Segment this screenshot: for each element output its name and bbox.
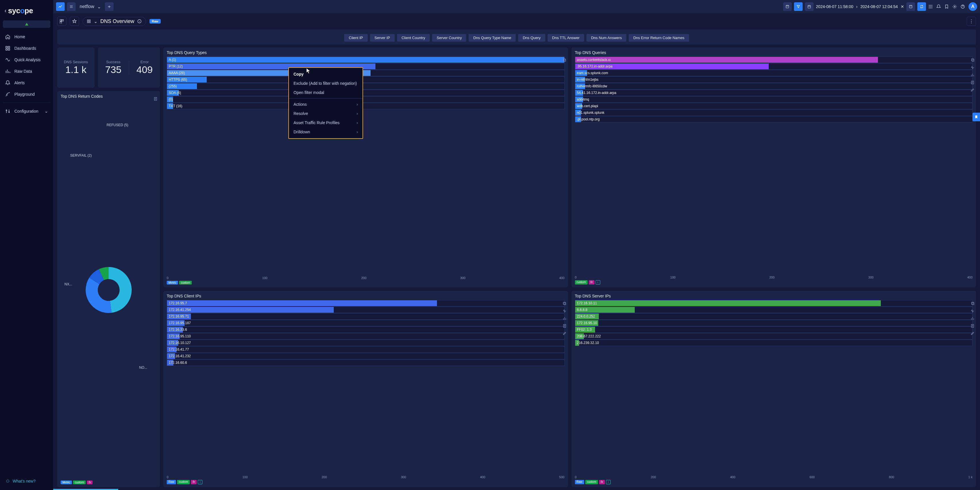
filter-pill[interactable]: Dns TTL Answer [548, 34, 584, 42]
nav-item-playground[interactable]: Playground [3, 89, 50, 100]
bar-row[interactable]: 172.16.95.187 [167, 320, 565, 326]
context-menu-item[interactable]: Resolve› [289, 109, 363, 118]
stream-selector[interactable]: netflow ⌄ [78, 3, 103, 11]
view-selector[interactable]: ⌄ DNS Overview [83, 17, 146, 26]
nav-item-raw-data[interactable]: Raw Data [3, 66, 50, 77]
bar-row[interactable]: TXT (16) [167, 103, 565, 109]
bars-icon[interactable] [970, 73, 975, 77]
edit-icon[interactable] [970, 331, 975, 336]
pulse-icon[interactable] [562, 309, 567, 313]
filter-pill[interactable]: Server IP [370, 34, 395, 42]
bar-row[interactable]: wdb.cert.plapi [575, 103, 973, 109]
bar-chart[interactable]: 172.16.10.118.8.8.8224.0.0.252172.16.95.… [575, 300, 973, 484]
copy-icon[interactable]: ⧉ [562, 301, 567, 306]
bar-row[interactable]: 172.16.95.10 [575, 320, 973, 326]
bar-row[interactable]: PTR (12) [167, 63, 565, 70]
bar-row[interactable]: n01.splunk.splunk [575, 110, 973, 116]
help-icon[interactable] [961, 4, 965, 9]
bar-row[interactable]: 208.67.222.222 [575, 333, 973, 339]
calendar-button[interactable] [805, 2, 813, 11]
edit-icon[interactable] [562, 331, 567, 336]
nav-item-alerts[interactable]: Alerts [3, 77, 50, 88]
nav-collapse-toggle[interactable] [3, 21, 50, 28]
filter-pill[interactable]: Dns Num Answers [587, 34, 627, 42]
bar-row[interactable]: 172.16.41.254 [167, 307, 565, 313]
whats-new-link[interactable]: What's new? [3, 476, 50, 486]
bar-row[interactable]: .95.16.172.in-addr.arpa [575, 63, 973, 70]
logo[interactable]: ‹ sycope [3, 4, 50, 19]
bar-row[interactable]: 224.0.0.252 [575, 313, 973, 320]
nav-item-configuration[interactable]: Configuration ⌄ [3, 106, 50, 117]
filter-pill[interactable]: Dns Error Return Code Names [629, 34, 689, 42]
filter-pill[interactable]: Dns Query Type Name [469, 34, 516, 42]
context-menu-item[interactable]: Actions› [289, 100, 363, 109]
context-menu-item[interactable]: Asset Traffic Rule Profiles› [289, 118, 363, 127]
filter-pill[interactable]: Client IP [344, 34, 368, 42]
doc-icon[interactable] [562, 324, 567, 328]
more-menu-button[interactable]: ⋮ [967, 17, 976, 26]
bar-row[interactable]: SOA (6) [167, 90, 565, 96]
add-stream-button[interactable]: ＋ [105, 2, 113, 11]
apps-icon[interactable] [928, 4, 933, 9]
bar-row[interactable]: 172.16.10.11 [575, 300, 973, 306]
bar-row[interactable]: abbitmq [575, 96, 973, 103]
bar-row[interactable]: .pl.pool.ntp.org [575, 116, 973, 123]
copy-icon[interactable]: ⧉ [562, 58, 567, 62]
filter-pill[interactable]: Dns Query [518, 34, 545, 42]
bookmark-fab[interactable] [972, 113, 980, 121]
doc-icon[interactable] [970, 80, 975, 85]
bar-row[interactable]: 172.16.60.6 [167, 360, 565, 366]
user-avatar[interactable]: A [969, 2, 977, 11]
context-menu[interactable]: CopyExclude (Add to filter with negation… [288, 67, 363, 139]
context-menu-item[interactable]: Drilldown› [289, 127, 363, 137]
back-icon[interactable]: ‹ [5, 8, 6, 14]
filter-button[interactable] [794, 2, 803, 11]
bar-chart[interactable]: A (1)PTR (12)AAAA (28)HTTPS (65) (255)SO… [167, 57, 565, 285]
bar-row[interactable]: HTTPS (65) [167, 76, 565, 83]
pulse-icon[interactable] [970, 309, 975, 313]
bar-row[interactable]: 172.16.95.71 [167, 313, 565, 320]
bar-row[interactable]: 216.239.32.10 [575, 340, 973, 346]
nav-item-quick-analysis[interactable]: Quick Analysis [3, 54, 50, 65]
bar-row[interactable]: (0) [167, 96, 565, 103]
copy-icon[interactable]: ⧉ [970, 301, 975, 306]
bars-icon[interactable] [970, 316, 975, 321]
donut-chart[interactable]: REFUSED (5)SERVFAIL (2)NX...NO... [60, 100, 156, 479]
save-view-button[interactable] [783, 2, 792, 11]
context-menu-item[interactable]: Open filter modal [289, 88, 363, 97]
bar-row[interactable]: 8.8.8.8 [575, 307, 973, 313]
info-icon[interactable] [137, 19, 142, 24]
list-mode-button[interactable] [67, 2, 76, 11]
bar-row[interactable]: AAAA (28) [167, 70, 565, 76]
favorite-button[interactable] [70, 17, 79, 26]
bar-row[interactable]: rothermfc-l8650cdw [575, 83, 973, 89]
save-range-button[interactable] [907, 2, 915, 11]
bar-row[interactable]: 172.16.41.77 [167, 346, 565, 353]
close-icon[interactable]: ✕ [900, 4, 904, 9]
bar-row[interactable]: A (1) [167, 57, 565, 63]
nav-item-home[interactable]: Home [3, 31, 50, 42]
edit-icon[interactable] [970, 88, 975, 92]
bar-row[interactable]: 54.41.16.172.in-addr.arpa [575, 90, 973, 96]
bar-row[interactable]: 172.16.33.6 [167, 326, 565, 333]
notifications-icon[interactable] [936, 4, 941, 9]
layout-grid-button[interactable] [57, 17, 67, 26]
context-menu-item[interactable]: Exclude (Add to filter with negation) [289, 79, 363, 88]
bar-row[interactable]: 172.16.95.110 [167, 333, 565, 339]
nav-item-dashboards[interactable]: Dashboards [3, 43, 50, 54]
filter-pill[interactable]: Server Country [432, 34, 466, 42]
bars-icon[interactable] [562, 316, 567, 321]
bar-row[interactable]: (255) [167, 83, 565, 89]
bar-row[interactable]: in-ntthfm1ejbs [575, 76, 973, 83]
doc-icon[interactable] [970, 324, 975, 328]
gear-icon[interactable] [952, 4, 957, 9]
bar-row[interactable]: FF02::1:3 [575, 326, 973, 333]
bookmark-icon[interactable] [944, 4, 949, 9]
bar-row[interactable]: 172.16.10.127 [167, 340, 565, 346]
context-menu-item[interactable]: Copy [289, 70, 363, 79]
filter-pill[interactable]: Client Country [397, 34, 430, 42]
copy-icon[interactable]: ⧉ [970, 58, 975, 62]
bar-chart[interactable]: 172.16.95.7172.16.41.254172.16.95.71172.… [167, 300, 565, 484]
refresh-button[interactable] [917, 2, 926, 11]
pulse-icon[interactable] [970, 65, 975, 70]
